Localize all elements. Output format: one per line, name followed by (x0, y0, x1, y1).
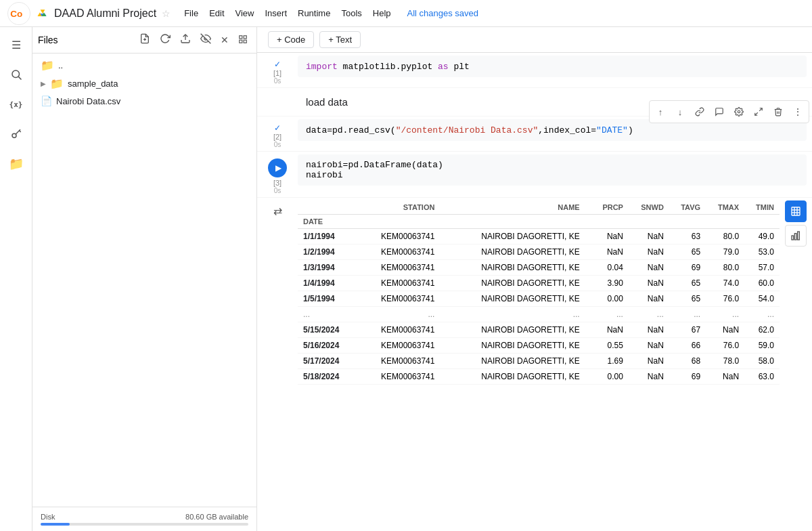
cell-check-icon: ✓ (274, 60, 281, 69)
menu-tools[interactable]: Tools (336, 5, 367, 21)
table-row: 5/18/2024 KEM00063741 NAIROBI DAGORETTI,… (298, 369, 780, 385)
table-row: 1/5/1994 KEM00063741 NAIROBI DAGORETTI, … (298, 291, 780, 307)
move-up-button[interactable]: ↑ (651, 102, 670, 121)
svg-rect-12 (244, 35, 246, 38)
svg-line-17 (755, 112, 758, 115)
svg-rect-24 (794, 234, 796, 240)
table-row: 1/3/1994 KEM00063741 NAIROBI DAGORETTI, … (298, 260, 780, 276)
cell-3: ▶ [3] 0s nairobi=pd.DataFrame(data) nair… (257, 152, 812, 198)
output-table: STATION NAME PRCP SNWD TAVG TMAX TMIN DA… (298, 200, 780, 385)
drive-icon (37, 6, 49, 20)
cell-2: ✓ [2] 0s data=pd.read_csv("/content/Nair… (257, 116, 812, 152)
sidebar-key-button[interactable] (4, 122, 28, 146)
expand-panel-button[interactable] (235, 33, 251, 48)
project-title: DAAD Alumni Project (54, 7, 156, 20)
svg-rect-23 (792, 236, 794, 240)
comment-button[interactable] (710, 102, 729, 121)
new-file-button[interactable] (136, 31, 154, 49)
menu-view[interactable]: View (230, 5, 260, 21)
file-list: 📁 .. ▶ 📁 sample_data 📄 Nairobi Data.csv (32, 54, 256, 507)
move-down-button[interactable]: ↓ (671, 102, 690, 121)
table-row: 1/4/1994 KEM00063741 NAIROBI DAGORETTI, … (298, 276, 780, 291)
hide-panel-button[interactable] (197, 31, 215, 49)
svg-point-4 (12, 133, 16, 137)
link-button[interactable] (690, 102, 709, 121)
list-item[interactable]: ▶ 📁 sample_data (32, 75, 256, 93)
cell-2-code-body[interactable]: data=pd.read_csv("/content/Nairobi Data.… (298, 119, 807, 141)
list-item[interactable]: 📁 .. (32, 56, 256, 75)
cell-1: ✓ [1] 0s import matplotlib.pyplot as plt (257, 53, 812, 88)
svg-rect-11 (240, 35, 242, 38)
colab-logo[interactable]: Co (7, 1, 31, 26)
refresh-button[interactable] (156, 31, 174, 49)
cell-3-body[interactable]: nairobi=pd.DataFrame(data) nairobi (298, 154, 807, 186)
cell-code-body[interactable]: import matplotlib.pyplot as plt (298, 56, 807, 77)
list-item[interactable]: 📄 Nairobi Data.csv (32, 93, 256, 109)
sidebar: ☰ {x} 📁 Files (0, 27, 257, 531)
table-row: 1/1/1994 KEM00063741 NAIROBI DAGORETTI, … (298, 229, 780, 245)
svg-rect-25 (798, 232, 800, 240)
table-row: 5/16/2024 KEM00063741 NAIROBI DAGORETTI,… (298, 338, 780, 354)
svg-rect-13 (244, 40, 246, 43)
sidebar-hamburger-button[interactable]: ☰ (4, 33, 28, 57)
files-title: Files (38, 35, 133, 45)
table-row: 5/15/2024 KEM00063741 NAIROBI DAGORETTI,… (298, 322, 780, 338)
menu-help[interactable]: Help (367, 5, 397, 21)
table-row: 1/2/1994 KEM00063741 NAIROBI DAGORETTI, … (298, 245, 780, 260)
cell-toolbar: ↑ ↓ ⋮ (649, 100, 809, 123)
menu-insert[interactable]: Insert (259, 5, 292, 21)
svg-rect-18 (792, 207, 800, 215)
more-options-button[interactable]: ⋮ (788, 102, 807, 121)
add-text-button[interactable]: + Text (319, 31, 361, 48)
add-code-button[interactable]: + Code (268, 31, 314, 48)
svg-line-6 (19, 131, 20, 132)
all-changes-saved[interactable]: All changes saved (407, 8, 479, 18)
expand-arrow-icon: ▶ (41, 80, 46, 87)
svg-line-5 (16, 129, 20, 134)
disk-usage: Disk 80.60 GB available (32, 507, 256, 531)
expand-button[interactable] (749, 102, 768, 121)
sidebar-variable-button[interactable]: {x} (4, 92, 28, 116)
notebook: + Code + Text ✓ [1] 0s import matplotlib… (257, 27, 812, 531)
star-icon[interactable]: ☆ (162, 8, 171, 19)
svg-point-15 (738, 110, 740, 113)
svg-point-2 (12, 70, 20, 78)
svg-text:Co: Co (10, 9, 22, 19)
menu-edit[interactable]: Edit (204, 5, 229, 21)
convert-icon[interactable]: ⇄ (273, 205, 282, 217)
menu-file[interactable]: File (179, 5, 204, 21)
table-dots-row: ... ... ... ... ... ... ... ... (298, 307, 780, 322)
table-row: 5/17/2024 KEM00063741 NAIROBI DAGORETTI,… (298, 354, 780, 369)
menu-runtime[interactable]: Runtime (292, 5, 336, 21)
chart-view-button[interactable] (785, 225, 807, 247)
close-panel-button[interactable]: ✕ (217, 33, 232, 47)
cell-2-check-icon: ✓ (274, 123, 281, 133)
upload-button[interactable] (177, 31, 194, 49)
table-output: ⇄ STATION NAME PRCP SNWD TAVG TMAX TMIN (257, 198, 812, 387)
svg-line-16 (759, 108, 762, 111)
run-button[interactable]: ▶ (268, 158, 287, 177)
delete-button[interactable] (769, 102, 788, 121)
table-view-button[interactable] (785, 200, 807, 222)
svg-rect-14 (240, 40, 242, 43)
sidebar-search-button[interactable] (4, 62, 28, 87)
sidebar-files-button[interactable]: 📁 (4, 152, 28, 176)
settings-button[interactable] (729, 102, 748, 121)
svg-line-3 (18, 77, 21, 79)
